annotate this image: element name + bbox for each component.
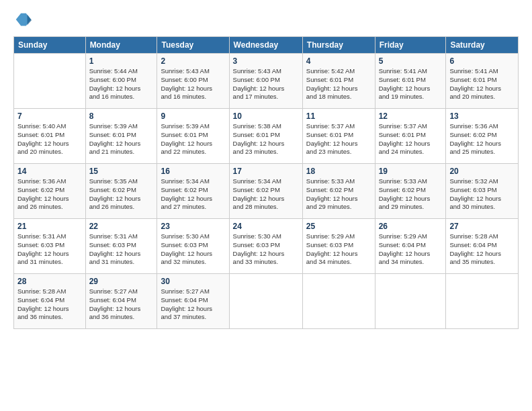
day-cell: 11Sunrise: 5:37 AM Sunset: 6:01 PM Dayli…: [302, 109, 375, 164]
day-number: 2: [161, 56, 225, 66]
day-number: 27: [449, 222, 515, 231]
day-cell: 23Sunrise: 5:30 AM Sunset: 6:03 PM Dayli…: [157, 219, 229, 274]
day-number: 22: [89, 222, 154, 231]
day-number: 30: [161, 277, 225, 286]
day-number: 29: [89, 277, 154, 286]
day-number: 7: [17, 111, 82, 121]
col-header-friday: Friday: [375, 37, 446, 54]
day-cell: 26Sunrise: 5:29 AM Sunset: 6:04 PM Dayli…: [375, 219, 446, 274]
logo: [13, 11, 34, 30]
day-number: 19: [379, 167, 443, 176]
day-info: Sunrise: 5:40 AM Sunset: 6:01 PM Dayligh…: [17, 122, 82, 156]
day-info: Sunrise: 5:43 AM Sunset: 6:00 PM Dayligh…: [161, 67, 225, 101]
day-cell: 2Sunrise: 5:43 AM Sunset: 6:00 PM Daylig…: [157, 54, 229, 109]
day-number: 6: [449, 56, 515, 66]
day-info: Sunrise: 5:27 AM Sunset: 6:04 PM Dayligh…: [89, 287, 154, 322]
day-info: Sunrise: 5:37 AM Sunset: 6:01 PM Dayligh…: [306, 122, 371, 156]
day-number: 23: [161, 222, 225, 231]
day-info: Sunrise: 5:41 AM Sunset: 6:01 PM Dayligh…: [449, 67, 515, 101]
day-info: Sunrise: 5:29 AM Sunset: 6:04 PM Dayligh…: [379, 232, 443, 267]
day-info: Sunrise: 5:42 AM Sunset: 6:01 PM Dayligh…: [306, 67, 371, 101]
day-cell: 21Sunrise: 5:31 AM Sunset: 6:03 PM Dayli…: [14, 219, 86, 274]
calendar-table: SundayMondayTuesdayWednesdayThursdayFrid…: [13, 36, 519, 329]
day-info: Sunrise: 5:31 AM Sunset: 6:03 PM Dayligh…: [17, 232, 82, 267]
day-cell: 22Sunrise: 5:31 AM Sunset: 6:03 PM Dayli…: [85, 219, 157, 274]
day-cell: [446, 274, 519, 329]
col-header-monday: Monday: [85, 37, 157, 54]
header: [13, 11, 519, 30]
day-cell: [375, 274, 446, 329]
day-cell: 7Sunrise: 5:40 AM Sunset: 6:01 PM Daylig…: [14, 109, 86, 164]
day-cell: 29Sunrise: 5:27 AM Sunset: 6:04 PM Dayli…: [85, 274, 157, 329]
day-info: Sunrise: 5:43 AM Sunset: 6:00 PM Dayligh…: [233, 67, 299, 101]
day-cell: 3Sunrise: 5:43 AM Sunset: 6:00 PM Daylig…: [229, 54, 302, 109]
day-cell: 28Sunrise: 5:28 AM Sunset: 6:04 PM Dayli…: [14, 274, 86, 329]
day-number: 5: [379, 56, 443, 66]
day-number: 13: [449, 111, 515, 121]
day-number: 28: [17, 277, 82, 286]
day-info: Sunrise: 5:33 AM Sunset: 6:02 PM Dayligh…: [306, 177, 371, 212]
day-number: 14: [17, 167, 82, 176]
day-cell: 15Sunrise: 5:35 AM Sunset: 6:02 PM Dayli…: [85, 164, 157, 219]
day-info: Sunrise: 5:39 AM Sunset: 6:01 PM Dayligh…: [89, 122, 154, 156]
day-info: Sunrise: 5:28 AM Sunset: 6:04 PM Dayligh…: [17, 287, 82, 322]
day-cell: 10Sunrise: 5:38 AM Sunset: 6:01 PM Dayli…: [229, 109, 302, 164]
day-cell: 6Sunrise: 5:41 AM Sunset: 6:01 PM Daylig…: [446, 54, 519, 109]
day-number: 12: [379, 111, 443, 121]
day-number: 26: [379, 222, 443, 231]
day-cell: 13Sunrise: 5:36 AM Sunset: 6:02 PM Dayli…: [446, 109, 519, 164]
col-header-tuesday: Tuesday: [157, 37, 229, 54]
week-row-4: 21Sunrise: 5:31 AM Sunset: 6:03 PM Dayli…: [14, 219, 519, 274]
day-info: Sunrise: 5:35 AM Sunset: 6:02 PM Dayligh…: [89, 177, 154, 212]
day-number: 1: [89, 56, 154, 66]
day-info: Sunrise: 5:30 AM Sunset: 6:03 PM Dayligh…: [233, 232, 299, 267]
week-row-1: 1Sunrise: 5:44 AM Sunset: 6:00 PM Daylig…: [14, 54, 519, 109]
day-cell: 5Sunrise: 5:41 AM Sunset: 6:01 PM Daylig…: [375, 54, 446, 109]
page: SundayMondayTuesdayWednesdayThursdayFrid…: [0, 0, 532, 336]
day-cell: [302, 274, 375, 329]
day-cell: 8Sunrise: 5:39 AM Sunset: 6:01 PM Daylig…: [85, 109, 157, 164]
day-cell: 12Sunrise: 5:37 AM Sunset: 6:01 PM Dayli…: [375, 109, 446, 164]
col-header-wednesday: Wednesday: [229, 37, 302, 54]
day-number: 21: [17, 222, 82, 231]
day-info: Sunrise: 5:27 AM Sunset: 6:04 PM Dayligh…: [161, 287, 225, 322]
day-number: 24: [233, 222, 299, 231]
day-number: 20: [449, 167, 515, 176]
header-row: SundayMondayTuesdayWednesdayThursdayFrid…: [14, 37, 519, 54]
day-number: 11: [306, 111, 371, 121]
day-cell: 1Sunrise: 5:44 AM Sunset: 6:00 PM Daylig…: [85, 54, 157, 109]
day-info: Sunrise: 5:39 AM Sunset: 6:01 PM Dayligh…: [161, 122, 225, 156]
day-cell: 24Sunrise: 5:30 AM Sunset: 6:03 PM Dayli…: [229, 219, 302, 274]
day-info: Sunrise: 5:28 AM Sunset: 6:04 PM Dayligh…: [449, 232, 515, 267]
day-number: 10: [233, 111, 299, 121]
day-info: Sunrise: 5:31 AM Sunset: 6:03 PM Dayligh…: [89, 232, 154, 267]
day-info: Sunrise: 5:37 AM Sunset: 6:01 PM Dayligh…: [379, 122, 443, 156]
day-info: Sunrise: 5:44 AM Sunset: 6:00 PM Dayligh…: [89, 67, 154, 101]
day-cell: 9Sunrise: 5:39 AM Sunset: 6:01 PM Daylig…: [157, 109, 229, 164]
day-info: Sunrise: 5:34 AM Sunset: 6:02 PM Dayligh…: [233, 177, 299, 212]
day-info: Sunrise: 5:30 AM Sunset: 6:03 PM Dayligh…: [161, 232, 225, 267]
day-cell: 17Sunrise: 5:34 AM Sunset: 6:02 PM Dayli…: [229, 164, 302, 219]
day-info: Sunrise: 5:29 AM Sunset: 6:03 PM Dayligh…: [306, 232, 371, 267]
day-number: 18: [306, 167, 371, 176]
day-info: Sunrise: 5:33 AM Sunset: 6:02 PM Dayligh…: [379, 177, 443, 212]
day-number: 17: [233, 167, 299, 176]
day-cell: 18Sunrise: 5:33 AM Sunset: 6:02 PM Dayli…: [302, 164, 375, 219]
logo-icon: [13, 11, 32, 30]
day-cell: [14, 54, 86, 109]
svg-marker-1: [28, 15, 32, 26]
week-row-2: 7Sunrise: 5:40 AM Sunset: 6:01 PM Daylig…: [14, 109, 519, 164]
day-info: Sunrise: 5:32 AM Sunset: 6:03 PM Dayligh…: [449, 177, 515, 212]
week-row-5: 28Sunrise: 5:28 AM Sunset: 6:04 PM Dayli…: [14, 274, 519, 329]
day-cell: 4Sunrise: 5:42 AM Sunset: 6:01 PM Daylig…: [302, 54, 375, 109]
day-number: 9: [161, 111, 225, 121]
day-number: 15: [89, 167, 154, 176]
day-info: Sunrise: 5:36 AM Sunset: 6:02 PM Dayligh…: [17, 177, 82, 212]
day-cell: 16Sunrise: 5:34 AM Sunset: 6:02 PM Dayli…: [157, 164, 229, 219]
day-number: 16: [161, 167, 225, 176]
day-cell: 20Sunrise: 5:32 AM Sunset: 6:03 PM Dayli…: [446, 164, 519, 219]
col-header-sunday: Sunday: [14, 37, 86, 54]
day-cell: 25Sunrise: 5:29 AM Sunset: 6:03 PM Dayli…: [302, 219, 375, 274]
col-header-saturday: Saturday: [446, 37, 519, 54]
day-number: 3: [233, 56, 299, 66]
